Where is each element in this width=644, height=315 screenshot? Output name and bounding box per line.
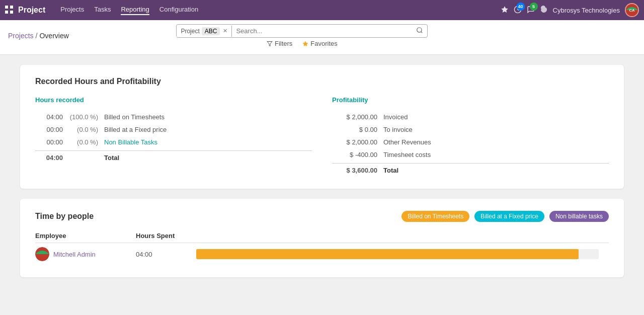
svg-rect-1 xyxy=(10,6,13,9)
breadcrumb-row: Projects / Overview Project ABC ✕ Filter… xyxy=(8,24,636,47)
hours-pct-1: (0.0 %) xyxy=(63,126,98,133)
col-hours: Hours Spent xyxy=(136,229,196,243)
section-title-2: Time by people xyxy=(35,212,401,221)
table-row: Mitchell Admin 04:00 xyxy=(35,243,609,266)
prof-total-label: Total xyxy=(377,167,609,174)
hours-pct-0: (100.0 %) xyxy=(63,113,98,121)
profit-col-label: Profitability xyxy=(332,96,609,104)
svg-rect-0 xyxy=(5,6,8,9)
hours-val-0: 04:00 xyxy=(35,113,63,121)
top-navigation: Project Projects Tasks Reporting Configu… xyxy=(0,0,644,20)
breadcrumb-separator: / xyxy=(36,32,38,40)
clock-badge: 40 xyxy=(517,3,525,11)
svg-marker-10 xyxy=(303,41,308,46)
star-icon[interactable] xyxy=(501,6,509,15)
bar-cell xyxy=(196,243,609,266)
section-title-1: Recorded Hours and Profitability xyxy=(35,77,609,86)
hours-recorded-col: Hours recorded 04:00 (100.0 %) Billed on… xyxy=(35,96,312,177)
prof-row-3: $ -400.00 Timesheet costs xyxy=(332,148,609,161)
search-input[interactable] xyxy=(232,25,412,37)
main-menu: Projects Tasks Reporting Configuration xyxy=(60,6,500,15)
bar-fill xyxy=(196,249,579,259)
prof-total-row: $ 3,600.00 Total xyxy=(332,163,609,177)
hours-col-label: Hours recorded xyxy=(35,96,312,104)
employee-avatar xyxy=(35,247,49,261)
hours-row-2: 00:00 (0.0 %) Non Billable Tasks xyxy=(35,136,312,148)
prof-amount-2: $ 2,000.00 xyxy=(332,138,377,146)
menu-projects[interactable]: Projects xyxy=(60,6,84,15)
col-bar xyxy=(196,229,609,243)
hours-total-val: 04:00 xyxy=(35,154,63,162)
employee-cell: Mitchell Admin xyxy=(35,243,136,266)
profitability-col: Profitability $ 2,000.00 Invoiced $ 0.00… xyxy=(332,96,609,177)
company-name: Cybrosys Technologies xyxy=(553,7,620,14)
prof-amount-3: $ -400.00 xyxy=(332,151,377,159)
svg-rect-2 xyxy=(5,11,8,14)
filter-tag-value: ABC xyxy=(202,27,220,35)
people-header: Time by people Billed on Timesheets Bill… xyxy=(35,211,609,222)
filter-tag-label: Project xyxy=(181,28,199,35)
app-title: Project xyxy=(18,6,45,15)
two-column-layout: Hours recorded 04:00 (100.0 %) Billed on… xyxy=(35,96,609,177)
prof-total-amount: $ 3,600.00 xyxy=(332,167,377,174)
svg-point-7 xyxy=(417,28,422,32)
hours-spent: 04:00 xyxy=(136,243,196,266)
legend: Billed on Timesheets Billed at a Fixed p… xyxy=(401,211,609,222)
legend-non-billable[interactable]: Non billable tasks xyxy=(549,211,609,222)
breadcrumb-current: Overview xyxy=(39,32,68,40)
menu-configuration[interactable]: Configuration xyxy=(159,6,198,15)
bar-container xyxy=(196,249,599,259)
hours-val-2: 00:00 xyxy=(35,138,63,146)
svg-text:CA: CA xyxy=(629,8,635,13)
hours-val-1: 00:00 xyxy=(35,126,63,133)
nav-right: 40 5 Cybrosys Technologies CA xyxy=(501,3,639,17)
clock-icon[interactable]: 40 xyxy=(514,6,522,15)
svg-line-8 xyxy=(421,32,423,33)
prof-label-3: Timesheet costs xyxy=(377,151,609,159)
hours-row-1: 00:00 (0.0 %) Billed at a Fixed price xyxy=(35,123,312,136)
hours-total-row: 04:00 Total xyxy=(35,150,312,164)
legend-billed-timesheets[interactable]: Billed on Timesheets xyxy=(401,211,469,222)
people-table: Employee Hours Spent xyxy=(35,229,609,265)
svg-rect-3 xyxy=(10,11,13,14)
apps-icon[interactable] xyxy=(5,6,13,15)
subheader: Projects / Overview Project ABC ✕ Filter… xyxy=(0,20,644,55)
filters-button[interactable]: Filters xyxy=(267,40,292,47)
svg-marker-9 xyxy=(267,41,272,46)
avatar[interactable]: CA xyxy=(625,3,639,17)
menu-reporting[interactable]: Reporting xyxy=(121,6,149,15)
prof-label-1: To invoice xyxy=(377,126,609,133)
message-badge: 5 xyxy=(530,3,538,11)
hours-row-0: 04:00 (100.0 %) Billed on Timesheets xyxy=(35,111,312,123)
employee-name[interactable]: Mitchell Admin xyxy=(53,251,96,258)
prof-label-2: Other Revenues xyxy=(377,138,609,146)
col-employee: Employee xyxy=(35,229,136,243)
filter-remove-button[interactable]: ✕ xyxy=(223,28,227,34)
hours-label-2[interactable]: Non Billable Tasks xyxy=(98,138,312,146)
hours-label-1: Billed at a Fixed price xyxy=(98,126,312,133)
filter-tag-project: Project ABC ✕ xyxy=(177,26,232,37)
filter-row: Filters Favorites xyxy=(267,40,338,47)
hours-total-label: Total xyxy=(98,154,312,162)
prof-row-1: $ 0.00 To invoice xyxy=(332,123,609,136)
hours-pct-2: (0.0 %) xyxy=(63,138,98,146)
message-icon[interactable]: 5 xyxy=(527,6,535,15)
prof-row-2: $ 2,000.00 Other Revenues xyxy=(332,136,609,148)
main-content: Recorded Hours and Profitability Hours r… xyxy=(0,55,644,297)
prof-row-0: $ 2,000.00 Invoiced xyxy=(332,111,609,123)
prof-amount-1: $ 0.00 xyxy=(332,126,377,133)
legend-billed-fixed[interactable]: Billed at a Fixed price xyxy=(474,211,544,222)
time-by-people-card: Time by people Billed on Timesheets Bill… xyxy=(20,199,624,277)
breadcrumb: Projects / Overview xyxy=(8,32,69,40)
prof-label-0: Invoiced xyxy=(377,113,609,121)
prof-amount-0: $ 2,000.00 xyxy=(332,113,377,121)
breadcrumb-parent[interactable]: Projects xyxy=(8,32,34,40)
settings-icon[interactable] xyxy=(540,6,548,15)
hours-label-0: Billed on Timesheets xyxy=(98,113,312,121)
favorites-button[interactable]: Favorites xyxy=(302,40,337,47)
hours-profitability-card: Recorded Hours and Profitability Hours r… xyxy=(20,65,624,189)
search-icon[interactable] xyxy=(412,25,427,37)
menu-tasks[interactable]: Tasks xyxy=(94,6,111,15)
search-bar: Project ABC ✕ xyxy=(176,24,428,38)
